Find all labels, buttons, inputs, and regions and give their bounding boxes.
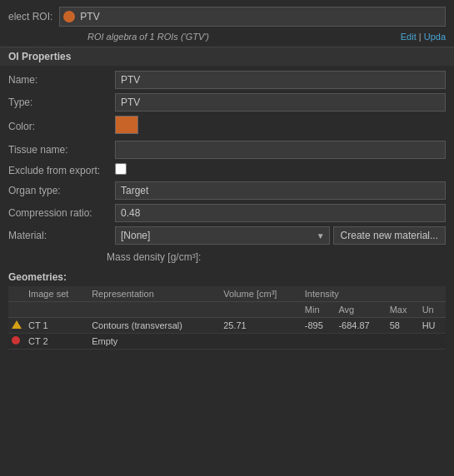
exclude-row: Exclude from export: <box>8 163 446 177</box>
mass-density-row: Mass density [g/cm³]: <box>0 250 454 268</box>
compression-row: Compression ratio: <box>8 204 446 222</box>
row1-un: HU <box>419 318 446 334</box>
compression-label: Compression ratio: <box>8 207 108 219</box>
tissue-value-wrapper <box>115 141 446 159</box>
row1-min: -895 <box>302 318 336 334</box>
dot-red-icon <box>12 336 20 345</box>
row1-image-set: CT 1 <box>25 318 88 334</box>
properties-grid: Name: Type: Color: Tissue name: Exclude … <box>0 66 454 250</box>
th-image-set: Image set <box>25 286 88 302</box>
th-max: Max <box>387 302 419 318</box>
row1-avg: -684.87 <box>335 318 386 334</box>
roi-select-input[interactable] <box>59 7 446 27</box>
color-swatch[interactable] <box>115 116 138 134</box>
material-select-wrapper: [None] ▼ <box>115 226 330 245</box>
roi-select-wrapper <box>59 7 446 27</box>
select-roi-row: elect ROI: <box>0 0 454 30</box>
warning-icon <box>12 320 22 329</box>
tissue-input[interactable] <box>115 141 446 159</box>
material-label: Material: <box>8 230 108 241</box>
row2-icon <box>8 334 25 350</box>
th-intensity: Intensity <box>302 286 446 302</box>
th-representation: Representation <box>88 286 220 302</box>
row2-volume <box>220 334 302 350</box>
th-empty-2 <box>25 302 88 318</box>
th-empty-3 <box>88 302 220 318</box>
row2-un <box>419 334 446 350</box>
color-row: Color: <box>8 116 446 136</box>
row2-representation: Empty <box>88 334 220 350</box>
organ-value-wrapper <box>115 181 446 200</box>
type-row: Type: <box>8 93 446 112</box>
th-un: Un <box>419 302 446 318</box>
exclude-value-wrapper <box>115 163 446 177</box>
algebra-row: ROI algebra of 1 ROIs ('GTV') Edit | Upd… <box>0 30 454 47</box>
section-title: OI Properties <box>0 47 454 66</box>
row2-image-set: CT 2 <box>25 334 88 350</box>
color-label: Color: <box>8 121 108 132</box>
material-value-wrapper: [None] ▼ Create new material... <box>115 226 446 245</box>
name-row: Name: <box>8 71 446 89</box>
table-header-row: Image set Representation Volume [cm³] In… <box>8 286 446 302</box>
compression-input[interactable] <box>115 204 446 222</box>
row1-representation: Contours (transversal) <box>88 318 220 334</box>
exclude-checkbox[interactable] <box>115 163 127 175</box>
table-row[interactable]: CT 2 Empty <box>8 334 446 350</box>
row1-volume: 25.71 <box>220 318 302 334</box>
select-roi-label: elect ROI: <box>8 11 52 22</box>
name-value-wrapper <box>115 71 446 89</box>
th-volume: Volume [cm³] <box>220 286 302 302</box>
name-input[interactable] <box>115 71 446 89</box>
row1-max: 58 <box>387 318 419 334</box>
row2-avg <box>335 334 386 350</box>
tissue-row: Tissue name: <box>8 141 446 159</box>
organ-label: Organ type: <box>8 185 108 196</box>
th-avg: Avg <box>335 302 386 318</box>
table-subheader-row: Min Avg Max Un <box>8 302 446 318</box>
organ-input[interactable] <box>115 181 446 200</box>
geometries-table: Image set Representation Volume [cm³] In… <box>8 286 446 350</box>
create-material-button[interactable]: Create new material... <box>333 226 446 245</box>
table-row[interactable]: CT 1 Contours (transversal) 25.71 -895 -… <box>8 318 446 334</box>
row2-max <box>387 334 419 350</box>
compression-value-wrapper <box>115 204 446 222</box>
geometries-section: Geometries: Image set Representation Vol… <box>0 268 454 353</box>
name-label: Name: <box>8 74 108 86</box>
edit-link[interactable]: Edit <box>401 32 417 42</box>
geometries-title: Geometries: <box>8 271 446 283</box>
row2-min <box>302 334 336 350</box>
type-value-wrapper <box>115 93 446 112</box>
th-icon <box>8 286 25 302</box>
material-select[interactable]: [None] <box>115 226 330 245</box>
type-input[interactable] <box>115 93 446 112</box>
th-empty-1 <box>8 302 25 318</box>
th-min: Min <box>302 302 336 318</box>
th-empty-4 <box>220 302 302 318</box>
material-row: Material: [None] ▼ Create new material..… <box>8 226 446 245</box>
roi-color-icon <box>63 11 75 22</box>
row1-icon <box>8 318 25 334</box>
type-label: Type: <box>8 97 108 108</box>
exclude-label: Exclude from export: <box>8 165 108 176</box>
mass-density-label: Mass density [g/cm³]: <box>107 251 201 263</box>
algebra-links: Edit | Upda <box>401 32 446 42</box>
organ-row: Organ type: <box>8 181 446 200</box>
tissue-label: Tissue name: <box>8 144 108 156</box>
color-value-wrapper <box>115 116 446 136</box>
algebra-text: ROI algebra of 1 ROIs ('GTV') <box>87 32 209 42</box>
update-link[interactable]: Upda <box>424 32 446 42</box>
